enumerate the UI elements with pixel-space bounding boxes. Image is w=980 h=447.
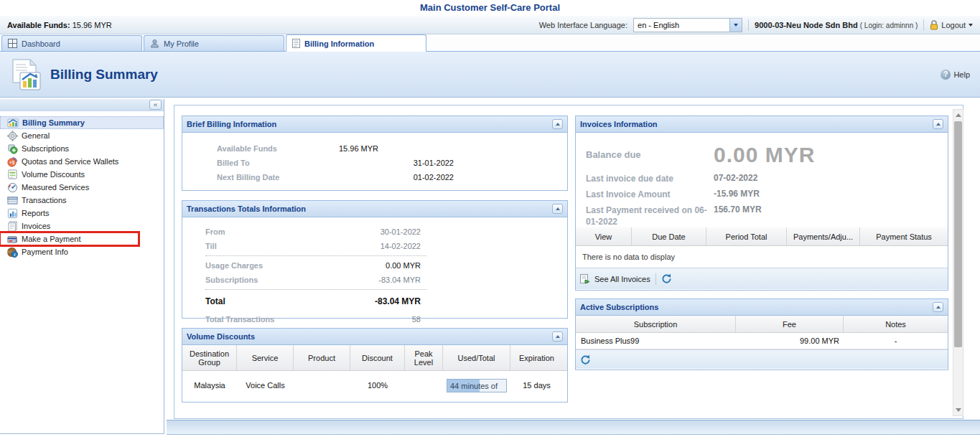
chevron-down-icon [956,408,961,412]
sidebar-item-label: Quotas and Service Wallets [22,157,118,166]
column-header[interactable]: Discount [350,345,405,370]
help-link[interactable]: ? Help [941,70,970,80]
sidebar-item-payment-info[interactable]: i Payment Info [0,245,164,258]
row-value: 15.96 MYR [339,141,454,156]
column-header[interactable]: Used/Total [443,345,510,370]
tab-label: My Profile [164,39,199,48]
active-subscriptions-header: Active Subscriptions [576,299,948,316]
account-name: 9000-03-Neu Node Sdn Bhd ( Login: adminn… [755,21,918,29]
see-all-invoices-button[interactable]: See All Invoices [580,274,650,284]
available-funds-label: Available Funds: [7,21,70,29]
subscription-row[interactable]: Business Plus99 99.00 MYR - [576,333,948,349]
payment-info-icon: i [6,246,18,258]
sidebar-item-invoices[interactable]: Invoices [0,220,164,232]
column-header[interactable]: View [576,227,632,245]
sidebar-menu: Billing Summary General Subscriptions +$… [0,111,164,258]
sidebar-item-measured-services[interactable]: Measured Services [0,181,164,194]
row-label: From [205,225,313,239]
row-label: Total [205,292,313,311]
chevron-up-icon [556,123,560,126]
column-header[interactable]: Notes [844,316,948,332]
sidebar-item-reports[interactable]: Reports [0,207,164,220]
scroll-up-button[interactable] [953,110,963,121]
sidebar-item-label: Invoices [22,222,50,230]
volume-discounts-row[interactable]: Malaysia Voice Calls 100% 44 minutes of … [182,371,567,400]
chevron-up-icon [556,335,560,338]
row-label: Usage Charges [205,258,313,273]
column-header[interactable]: Fee [736,316,844,332]
divider [205,255,426,256]
row-label: Total Transactions [205,311,313,328]
column-header[interactable]: Payment Status [860,227,948,245]
tab-dashboard[interactable]: Dashboard [1,35,142,51]
balance-due-label: Balance due [586,149,714,161]
column-header[interactable]: Peak Level [405,345,443,370]
column-header[interactable]: Service [237,345,294,370]
row-label: Next Billing Date [217,170,339,184]
column-header[interactable]: Period Total [706,227,787,245]
sidebar-collapse-button[interactable]: « [149,100,162,110]
sidebar-item-make-a-payment[interactable]: VISA Make a Payment [0,232,139,245]
column-header[interactable]: Due Date [632,227,706,245]
row-value: -15.96 MYR [714,189,760,200]
collapse-panel-button[interactable] [552,204,563,214]
column-header[interactable]: Destination Group [182,345,237,370]
chevron-down-icon [734,24,738,27]
sidebar-item-billing-summary[interactable]: Billing Summary [0,116,164,129]
volume-discounts-icon [6,169,18,180]
balance-due-value: 0.00 MYR [714,143,815,167]
tab-billing-information[interactable]: Billing Information [286,34,426,52]
refresh-icon[interactable] [661,273,672,284]
page-title: Billing Summary [50,67,158,83]
sidebar-item-label: Subscriptions [22,144,69,153]
panel-title: Invoices Information [580,120,658,128]
row-label: Available Funds [217,141,339,156]
vertical-scrollbar[interactable] [953,109,963,416]
sidebar-item-label: General [22,131,50,140]
row-value: 01-02-2022 [339,170,454,184]
collapse-panel-button[interactable] [933,119,943,129]
sidebar-item-quotas[interactable]: +$ Quotas and Service Wallets [0,155,164,168]
column-header[interactable]: Payments/Adju... [787,227,860,245]
divider [205,289,426,290]
volume-discounts-panel: Volume Discounts Destination Group Servi… [182,328,568,403]
collapse-panel-button[interactable] [552,119,563,129]
scroll-down-button[interactable] [953,405,963,415]
gauge-icon [6,182,18,193]
sidebar-item-subscriptions[interactable]: Subscriptions [0,142,164,155]
sidebar-item-general[interactable]: General [0,129,164,142]
refresh-icon[interactable] [580,354,591,365]
row-label: Last Invoice Amount [586,189,714,200]
language-select-trigger[interactable] [729,19,742,32]
row-label: Subscriptions [205,273,313,287]
row-value: 14-02-2022 [313,239,421,253]
cell-product [294,384,350,387]
svg-text:VISA: VISA [11,240,17,243]
column-header[interactable]: Subscription [576,316,736,332]
invoices-grid-header: View Due Date Period Total Payments/Adju… [576,227,948,246]
column-header[interactable]: Expiration [510,345,563,370]
invoices-icon [6,220,18,232]
dashboard-icon [8,39,17,48]
cell-fee: 99.00 MYR [736,335,844,347]
collapse-panel-button[interactable] [552,331,563,342]
language-select[interactable]: en - English [633,18,742,32]
sidebar-item-label: Payment Info [22,248,68,256]
tab-label: Billing Information [304,39,374,48]
row-value: 31-01-2022 [339,156,454,170]
gear-icon [6,130,18,141]
credit-card-icon: VISA [6,233,18,245]
sidebar-item-volume-discounts[interactable]: Volume Discounts [0,168,164,181]
sidebar-item-label: Reports [22,209,50,217]
tab-my-profile[interactable]: My Profile [144,35,284,51]
column-header[interactable]: Product [294,345,350,370]
sidebar-item-transactions[interactable]: Transactions [0,194,164,207]
logout-button[interactable]: Logout [930,20,973,30]
row-label: Last invoice due date [586,173,714,184]
collapse-panel-button[interactable] [933,302,943,312]
brief-billing-header: Brief Billing Information [182,116,567,133]
chevron-up-icon [936,123,941,126]
cell-destination-group: Malaysia [182,380,237,391]
scrollbar-thumb[interactable] [954,121,962,347]
transactions-totals-header: Transactions Totals Information [182,201,567,217]
